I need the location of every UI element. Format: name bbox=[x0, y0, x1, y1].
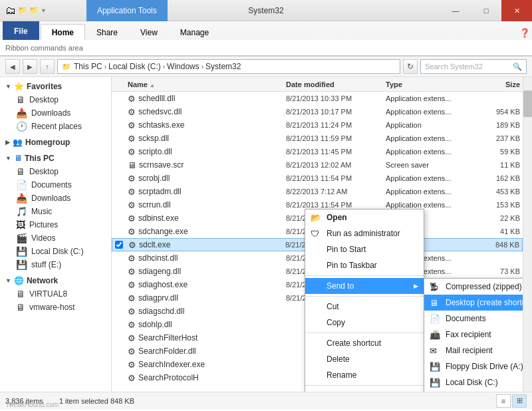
sidebar-item-pictures[interactable]: 🖼Pictures bbox=[0, 218, 111, 231]
watermark: TweakHound.com bbox=[5, 401, 59, 408]
close-button[interactable]: ✕ bbox=[501, 0, 532, 21]
context-menu-properties[interactable]: Properties bbox=[305, 388, 424, 392]
maximize-button[interactable]: □ bbox=[471, 0, 501, 21]
tab-view[interactable]: View bbox=[129, 24, 169, 40]
path-system32[interactable]: System32 bbox=[205, 62, 241, 71]
context-menu-create-shortcut[interactable]: Create shortcut bbox=[305, 335, 424, 351]
file-icon: ⚙ bbox=[128, 120, 136, 130]
sidebar-thispc-header[interactable]: ▼ 🖥 This PC bbox=[0, 152, 111, 165]
tab-share[interactable]: Share bbox=[85, 24, 129, 40]
list-view-button[interactable]: ⊞ bbox=[512, 394, 527, 408]
main-layout: ▼ ⭐ Favorites 🖥Desktop 📥Downloads 🕐Recen… bbox=[0, 77, 532, 392]
path-localdisk[interactable]: Local Disk (C:) bbox=[108, 62, 161, 71]
context-separator-1 bbox=[305, 275, 424, 276]
context-menu-rename[interactable]: Rename bbox=[305, 367, 424, 383]
compressed-icon: 🗜 bbox=[430, 282, 438, 292]
sendto-documents[interactable]: 📄 Documents bbox=[424, 311, 523, 327]
file-icon: ⚙ bbox=[128, 147, 136, 157]
details-view-button[interactable]: ≡ bbox=[496, 394, 511, 408]
context-menu-delete[interactable]: Delete bbox=[305, 351, 424, 367]
col-header-size[interactable]: Size bbox=[476, 80, 523, 88]
context-menu-open[interactable]: 📂 Open bbox=[305, 209, 424, 225]
file-icon: ⚙ bbox=[128, 227, 136, 237]
col-header-name[interactable]: Name ▲ bbox=[125, 80, 283, 88]
sidebar-item-music[interactable]: 🎵Music bbox=[0, 205, 111, 218]
file-row[interactable]: ⚙schtasks.exe 8/21/2013 11:24 PM Applica… bbox=[112, 118, 523, 132]
file-icon: ⚙ bbox=[128, 94, 136, 104]
desktop-shortcut-icon: 🖥 bbox=[430, 298, 438, 308]
sidebar-item-pc-downloads[interactable]: 📥Downloads bbox=[0, 192, 111, 205]
sidebar-item-desktop[interactable]: 🖥Desktop bbox=[0, 93, 111, 106]
file-icon: 🖥 bbox=[128, 160, 136, 170]
title-bar: 🗂 📁 📁 ▼ Application Tools System32 — □ ✕ bbox=[0, 0, 532, 21]
scrollbar[interactable] bbox=[523, 77, 532, 392]
sendto-mail[interactable]: ✉ Mail recipient bbox=[424, 342, 523, 358]
file-row[interactable]: ⚙scripto.dll 8/21/2013 11:45 PM Applicat… bbox=[112, 145, 523, 158]
file-row[interactable]: ⚙schedsvc.dll 8/21/2013 10:17 PM Applica… bbox=[112, 105, 523, 118]
sidebar-item-vmware[interactable]: 🖥vmware-host bbox=[0, 301, 111, 314]
sidebar: ▼ ⭐ Favorites 🖥Desktop 📥Downloads 🕐Recen… bbox=[0, 77, 112, 392]
sendto-fax[interactable]: 📠 Fax recipient bbox=[424, 327, 523, 342]
context-menu-pin-taskbar[interactable]: Pin to Taskbar bbox=[305, 257, 424, 273]
back-button[interactable]: ◀ bbox=[5, 59, 20, 74]
col-header-date[interactable]: Date modified bbox=[283, 80, 383, 88]
help-button[interactable]: ❓ bbox=[517, 25, 532, 40]
file-icon: ⚙ bbox=[128, 333, 136, 343]
sidebar-item-documents[interactable]: 📄Documents bbox=[0, 178, 111, 192]
tab-manage[interactable]: Manage bbox=[169, 24, 220, 40]
selected-info: 1 item selected 848 KB bbox=[59, 397, 134, 405]
app-tab[interactable]: Application Tools bbox=[86, 0, 168, 21]
file-row[interactable]: ⚙schedlll.dll 8/21/2013 10:33 PM Applica… bbox=[112, 92, 523, 105]
file-row[interactable]: ⚙scrptadm.dll 8/22/2013 7:12 AM Applicat… bbox=[112, 185, 523, 198]
file-icon: ⚙ bbox=[128, 107, 136, 117]
file-icon: ⚙ bbox=[128, 240, 136, 250]
sidebar-item-localdisk[interactable]: 💾Local Disk (C:) bbox=[0, 245, 111, 258]
file-icon: ⚙ bbox=[128, 134, 136, 144]
status-bar: 3,836 items 1 item selected 848 KB ≡ ⊞ bbox=[0, 392, 532, 409]
file-row[interactable]: ⚙scrobj.dll 8/21/2013 11:54 PM Applicati… bbox=[112, 172, 523, 185]
context-menu-run-as-admin[interactable]: 🛡 Run as administrator bbox=[305, 225, 424, 241]
tab-home[interactable]: Home bbox=[41, 24, 85, 40]
sendto-floppy[interactable]: 💾 Floppy Disk Drive (A:) bbox=[424, 358, 523, 374]
sendto-compressed[interactable]: 🗜 Compressed (zipped) folder bbox=[424, 279, 523, 295]
sendto-dvd[interactable]: 💿 DVD RW Drive (D:) bbox=[424, 390, 523, 392]
sendto-localdisk[interactable]: 💾 Local Disk (C:) bbox=[424, 374, 523, 390]
file-icon: ⚙ bbox=[128, 280, 136, 290]
tab-file[interactable]: File bbox=[3, 21, 39, 40]
open-icon: 📂 bbox=[311, 213, 321, 223]
sidebar-item-downloads[interactable]: 📥Downloads bbox=[0, 106, 111, 120]
search-placeholder: Search System32 bbox=[425, 63, 483, 70]
up-button[interactable]: ↑ bbox=[40, 59, 55, 74]
forward-button[interactable]: ▶ bbox=[23, 59, 37, 74]
file-row[interactable]: 🖥scrnsave.scr 8/21/2013 12:02 AM Screen … bbox=[112, 158, 523, 172]
context-menu: 📂 Open 🛡 Run as administrator Pin to Sta… bbox=[305, 209, 424, 392]
file-checkbox[interactable] bbox=[115, 241, 123, 249]
col-header-type[interactable]: Type bbox=[383, 80, 476, 88]
ribbon: File Home Share View Manage ❓ Ribbon com… bbox=[0, 21, 532, 57]
sendto-submenu: 🗜 Compressed (zipped) folder 🖥 Desktop (… bbox=[424, 278, 523, 392]
address-path[interactable]: 📁 This PC › Local Disk (C:) › Windows › … bbox=[57, 59, 400, 74]
sidebar-item-recent[interactable]: 🕐Recent places bbox=[0, 120, 111, 133]
folder-icon-small: 📁 bbox=[62, 63, 71, 71]
sidebar-item-pc-desktop[interactable]: 🖥Desktop bbox=[0, 165, 111, 178]
context-menu-sendto[interactable]: Send to 🗜 Compressed (zipped) folder 🖥 D… bbox=[305, 278, 424, 294]
minimize-button[interactable]: — bbox=[440, 0, 471, 21]
address-bar: ◀ ▶ ↑ 📁 This PC › Local Disk (C:) › Wind… bbox=[0, 57, 532, 77]
refresh-button[interactable]: ↻ bbox=[403, 59, 418, 74]
context-menu-pin-start[interactable]: Pin to Start bbox=[305, 241, 424, 257]
sidebar-network-header[interactable]: ▼ 🌐 Network bbox=[0, 274, 111, 287]
sendto-desktop[interactable]: 🖥 Desktop (create shortcut) bbox=[424, 295, 523, 311]
path-windows[interactable]: Windows bbox=[167, 62, 200, 71]
sidebar-favorites-header[interactable]: ▼ ⭐ Favorites bbox=[0, 80, 111, 93]
sidebar-item-virtual8[interactable]: 🖥VIRTUAL8 bbox=[0, 287, 111, 301]
file-row[interactable]: ⚙scksp.dll 8/21/2013 11:59 PM Applicatio… bbox=[112, 132, 523, 145]
sidebar-item-stuff[interactable]: 💾stuff (E:) bbox=[0, 258, 111, 271]
path-thispc[interactable]: This PC bbox=[74, 62, 102, 71]
context-menu-cut[interactable]: Cut bbox=[305, 299, 424, 315]
desktop-icon: 🖥 bbox=[16, 94, 25, 105]
ribbon-content: Ribbon commands area bbox=[0, 40, 532, 56]
sidebar-item-videos[interactable]: 🎬Videos bbox=[0, 231, 111, 245]
search-box[interactable]: Search System32 🔍 bbox=[420, 59, 527, 74]
context-menu-copy[interactable]: Copy bbox=[305, 315, 424, 331]
sidebar-homegroup-header[interactable]: ▶ 👥 Homegroup bbox=[0, 136, 111, 149]
